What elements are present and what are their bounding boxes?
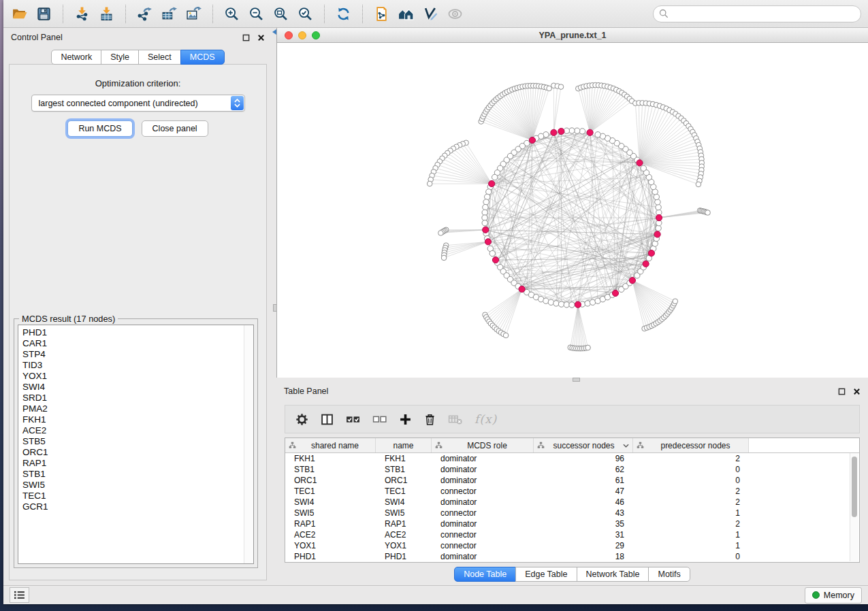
- network-leaf-node[interactable]: [673, 299, 678, 304]
- network-leaf-node[interactable]: [558, 84, 564, 90]
- table-cell[interactable]: connector: [432, 540, 534, 551]
- network-ring-node[interactable]: [655, 199, 660, 205]
- table-row[interactable]: YOX1YOX1connector291: [285, 540, 859, 551]
- table-cell[interactable]: SWI4: [285, 497, 376, 508]
- tab-mcds[interactable]: MCDS: [180, 50, 225, 65]
- table-cell[interactable]: 96: [534, 453, 633, 464]
- table-cell[interactable]: dominator: [432, 518, 534, 529]
- horizontal-splitter[interactable]: [276, 378, 868, 382]
- mcds-result-node[interactable]: FKH1: [22, 414, 241, 425]
- vertical-splitter[interactable]: [272, 28, 276, 585]
- zoom-out-icon[interactable]: [247, 5, 266, 23]
- home-pages-icon[interactable]: [397, 5, 415, 23]
- table-cell[interactable]: connector: [432, 486, 534, 497]
- column-header-successor-nodes[interactable]: successor nodes: [534, 438, 633, 452]
- network-ring-node[interactable]: [585, 301, 590, 306]
- table-cell[interactable]: connector: [432, 508, 534, 518]
- network-graph[interactable]: [277, 43, 868, 378]
- export-table-icon[interactable]: [160, 5, 178, 23]
- network-ring-node[interactable]: [579, 129, 585, 134]
- network-mcds-node[interactable]: [643, 261, 649, 267]
- table-cell[interactable]: 46: [534, 497, 633, 508]
- minimize-window-button[interactable]: [298, 31, 306, 39]
- table-cell[interactable]: PHD1: [285, 551, 376, 562]
- refresh-layout-icon[interactable]: [334, 5, 353, 23]
- network-leaf-node[interactable]: [547, 86, 552, 91]
- network-ring-node[interactable]: [482, 210, 487, 215]
- table-cell[interactable]: PHD1: [376, 551, 432, 562]
- table-cell[interactable]: FKH1: [376, 453, 432, 464]
- table-cell[interactable]: dominator: [432, 453, 534, 464]
- table-cell[interactable]: YOX1: [285, 540, 376, 551]
- network-mcds-node[interactable]: [519, 286, 525, 292]
- mcds-result-node[interactable]: ACE2: [22, 425, 241, 436]
- table-scrollbar[interactable]: [850, 453, 858, 561]
- search-box[interactable]: [653, 5, 861, 22]
- add-column-icon[interactable]: [399, 413, 412, 426]
- mcds-result-node[interactable]: TID3: [22, 360, 241, 371]
- float-table-panel-icon[interactable]: [838, 388, 846, 395]
- network-leaf-node[interactable]: [438, 231, 444, 236]
- mcds-result-node[interactable]: PHD1: [22, 327, 241, 338]
- table-tab-network-table[interactable]: Network Table: [577, 567, 649, 582]
- close-panel-icon[interactable]: [257, 34, 265, 42]
- table-cell[interactable]: FKH1: [285, 453, 376, 464]
- tab-select[interactable]: Select: [138, 50, 181, 65]
- column-header-predecessor-nodes[interactable]: predecessor nodes: [633, 438, 749, 452]
- network-ring-node[interactable]: [656, 204, 661, 210]
- table-cell[interactable]: 0: [633, 464, 749, 475]
- network-ring-node[interactable]: [483, 199, 489, 205]
- table-row[interactable]: RAP1RAP1dominator352: [285, 518, 859, 529]
- mcds-result-node[interactable]: SWI4: [22, 382, 241, 393]
- float-panel-icon[interactable]: [242, 34, 250, 42]
- mcds-result-node[interactable]: STP4: [22, 349, 241, 360]
- mcds-result-node[interactable]: STB5: [22, 436, 241, 447]
- table-cell[interactable]: 2: [633, 518, 749, 529]
- network-ring-node[interactable]: [569, 128, 575, 133]
- table-cell[interactable]: 1: [633, 529, 749, 540]
- table-tab-node-table[interactable]: Node Table: [454, 567, 516, 582]
- export-image-icon[interactable]: [184, 5, 203, 23]
- network-mcds-node[interactable]: [558, 128, 564, 134]
- import-table-icon[interactable]: [97, 5, 116, 23]
- tab-network[interactable]: Network: [51, 50, 101, 65]
- network-leaf-node[interactable]: [705, 210, 711, 216]
- network-ring-node[interactable]: [564, 302, 569, 308]
- table-cell[interactable]: dominator: [432, 497, 534, 508]
- function-builder-icon[interactable]: f(x): [475, 412, 497, 426]
- table-cell[interactable]: 31: [534, 529, 633, 540]
- show-graphics-details-icon[interactable]: [446, 5, 464, 23]
- table-cell[interactable]: ACE2: [285, 529, 376, 540]
- network-ring-node[interactable]: [553, 301, 559, 306]
- tab-style[interactable]: Style: [101, 50, 139, 65]
- network-mcds-node[interactable]: [529, 137, 535, 143]
- table-cell[interactable]: 29: [534, 540, 633, 551]
- network-window-titlebar[interactable]: YPA_prune.txt_1: [277, 28, 868, 43]
- table-cell[interactable]: 47: [534, 486, 633, 497]
- network-ring-node[interactable]: [482, 220, 487, 226]
- table-row[interactable]: FKH1FKH1dominator962: [285, 453, 859, 464]
- import-network-icon[interactable]: [73, 5, 91, 23]
- network-ring-node[interactable]: [485, 194, 490, 199]
- network-leaf-node[interactable]: [427, 181, 432, 186]
- table-cell[interactable]: 0: [633, 551, 749, 562]
- mcds-result-node[interactable]: RAP1: [22, 458, 241, 469]
- save-session-icon[interactable]: [35, 5, 53, 23]
- table-cell[interactable]: 2: [633, 497, 749, 508]
- network-ring-node[interactable]: [548, 299, 553, 305]
- network-mcds-node[interactable]: [656, 214, 662, 220]
- column-header-name[interactable]: name: [376, 438, 432, 452]
- mcds-result-node[interactable]: SWI5: [22, 480, 241, 491]
- column-header-shared-name[interactable]: shared name: [285, 438, 376, 452]
- network-mcds-node[interactable]: [575, 301, 581, 308]
- delete-table-icon[interactable]: [448, 414, 462, 425]
- table-cell[interactable]: 2: [633, 453, 749, 464]
- table-cell[interactable]: 2: [633, 486, 749, 497]
- close-mcds-panel-button[interactable]: Close panel: [142, 120, 208, 137]
- table-cell[interactable]: 18: [534, 551, 633, 562]
- network-ring-node[interactable]: [641, 165, 646, 171]
- mcds-result-scrollbar[interactable]: [244, 325, 253, 563]
- table-cell[interactable]: 35: [534, 518, 633, 529]
- splitter-collapse-icon[interactable]: [272, 29, 276, 35]
- network-edges[interactable]: [430, 85, 707, 348]
